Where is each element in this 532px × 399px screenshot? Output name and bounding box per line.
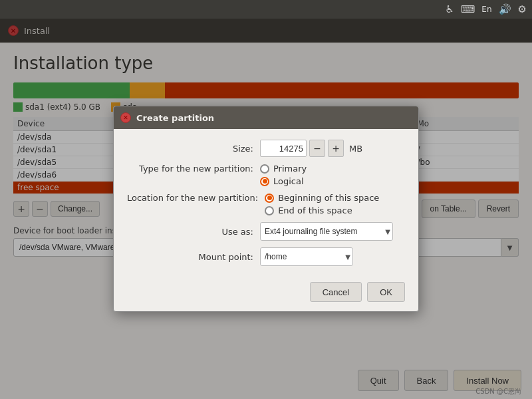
- size-input[interactable]: [260, 140, 307, 157]
- use-as-label: Use as:: [127, 227, 260, 237]
- type-logical-label: Logical: [273, 176, 304, 186]
- dialog-body: Size: − + MB Type for the new partition:: [114, 129, 418, 282]
- use-as-select-wrap: Ext4 journaling file system Ext3 journal…: [260, 222, 393, 241]
- location-beginning-dot: [267, 196, 272, 200]
- accessibility-icon[interactable]: ♿: [445, 3, 454, 15]
- type-logical-radio[interactable]: [260, 177, 269, 186]
- location-beginning-label: Beginning of this space: [278, 193, 379, 203]
- keyboard-layout-icon[interactable]: ⌨: [461, 3, 475, 15]
- mount-point-select[interactable]: /home / /boot /var /tmp: [260, 247, 353, 266]
- dialog-close-button[interactable]: ✕: [120, 112, 131, 123]
- type-primary-label: Primary: [273, 164, 307, 174]
- cancel-button[interactable]: Cancel: [310, 282, 362, 302]
- mount-point-select-wrap: /home / /boot /var /tmp ▼: [260, 247, 353, 266]
- create-partition-dialog: ✕ Create partition Size: − + MB: [113, 106, 419, 312]
- type-logical-dot: [263, 179, 267, 184]
- type-row: Type for the new partition: Primary Logi…: [127, 164, 405, 186]
- size-unit: MB: [349, 144, 362, 154]
- size-control: − + MB: [260, 140, 362, 157]
- dialog-title-bar: ✕ Create partition: [114, 106, 418, 129]
- location-end-radio[interactable]: [265, 206, 274, 215]
- location-row: Location for the new partition: Beginnin…: [127, 193, 405, 215]
- location-beginning-radio[interactable]: [265, 194, 274, 203]
- size-decrease-button[interactable]: −: [309, 140, 325, 157]
- type-logical-option[interactable]: Logical: [260, 176, 307, 186]
- ok-button[interactable]: OK: [367, 282, 405, 302]
- size-increase-button[interactable]: +: [328, 140, 344, 157]
- size-row: Size: − + MB: [127, 140, 405, 157]
- type-label: Type for the new partition:: [127, 164, 260, 174]
- location-beginning-option[interactable]: Beginning of this space: [265, 193, 379, 203]
- location-end-option[interactable]: End of this space: [265, 205, 379, 215]
- use-as-row: Use as: Ext4 journaling file system Ext3…: [127, 222, 405, 241]
- location-end-label: End of this space: [278, 205, 352, 215]
- dialog-footer: Cancel OK: [114, 282, 418, 311]
- type-radio-group: Primary Logical: [260, 164, 307, 186]
- language-icon[interactable]: En: [481, 5, 491, 14]
- dialog-title: Create partition: [136, 113, 214, 123]
- type-primary-radio[interactable]: [260, 164, 269, 174]
- system-topbar: ♿ ⌨ En 🔊 ⚙: [426, 0, 532, 19]
- location-radio-group: Beginning of this space End of this spac…: [265, 193, 379, 215]
- dialog-overlay: ✕ Create partition Size: − + MB: [0, 19, 532, 399]
- type-primary-option[interactable]: Primary: [260, 164, 307, 174]
- mount-point-row: Mount point: /home / /boot /var /tmp ▼: [127, 247, 405, 266]
- mount-point-label: Mount point:: [127, 252, 260, 262]
- size-label: Size:: [127, 144, 260, 154]
- use-as-select[interactable]: Ext4 journaling file system Ext3 journal…: [260, 222, 393, 241]
- settings-icon[interactable]: ⚙: [518, 3, 527, 15]
- main-window: ✕ Install Installation type sda1 (ext4) …: [0, 19, 532, 399]
- volume-icon[interactable]: 🔊: [499, 3, 511, 15]
- location-label: Location for the new partition:: [127, 193, 265, 203]
